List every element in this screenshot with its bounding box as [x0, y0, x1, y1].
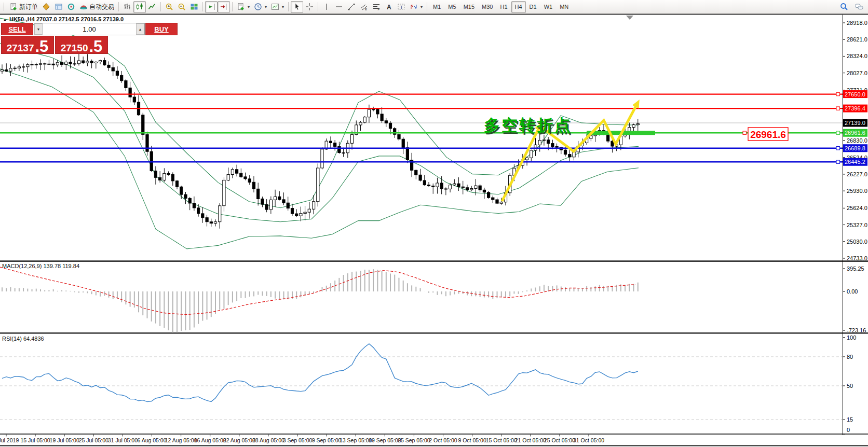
chart-canvas[interactable]: 多空转折点多空转折点26961.628918.028621.028324.028…: [0, 0, 868, 447]
zoom-out-button[interactable]: [175, 1, 188, 13]
date-axis-label: 31 Jul 05:00: [108, 437, 138, 443]
hline-price-tag: 27650.0: [845, 91, 865, 97]
timeframe-h1-button[interactable]: H1: [496, 1, 511, 13]
vertical-line-icon: [322, 3, 331, 11]
new-order-button[interactable]: 新订单: [7, 1, 40, 13]
date-axis-label: 25 Jul 05:00: [79, 437, 108, 443]
community-chat-button[interactable]: [852, 1, 866, 13]
timeframe-m1-button[interactable]: M1: [429, 1, 444, 13]
date-axis-label: 9 Sep 05:00: [312, 437, 342, 443]
date-axis-label: 19 Jul 05:00: [50, 437, 79, 443]
navigator-button[interactable]: [65, 1, 77, 13]
search-icon: [840, 3, 848, 11]
chart-title-text: HK50-,H4 27037.0 27142.5 27016.5 27139.0: [9, 16, 124, 22]
trend-arrow-1[interactable]: [502, 126, 540, 201]
bar-chart-button[interactable]: [121, 1, 133, 13]
svg-text:E: E: [365, 8, 367, 11]
toolbar-grip: [4, 3, 6, 11]
cursor-button[interactable]: [291, 1, 303, 13]
profiles-button[interactable]: [40, 1, 52, 13]
toolbar-separator: [160, 2, 161, 11]
date-axis-label: 22 Aug 05:00: [223, 437, 255, 443]
date-axis-label: 15 Jul 05:00: [20, 437, 50, 443]
chart-shift-button[interactable]: [218, 1, 230, 13]
price-tick-label: 25930.0: [847, 188, 867, 194]
macd-pane[interactable]: [0, 267, 638, 333]
date-axis-label: 28 Aug 05:00: [252, 437, 284, 443]
price-tick-label: 25624.0: [847, 205, 867, 211]
hline-endpoint-marker[interactable]: [836, 92, 839, 95]
crosshair-icon: [305, 3, 314, 11]
timeframe-m5-button[interactable]: M5: [444, 1, 459, 13]
date-axis-label: 9 Oct 05:00: [458, 437, 486, 443]
fibonacci-icon: F: [372, 3, 381, 11]
hline-price-tag: 26445.2: [845, 159, 865, 165]
timeframe-h4-button[interactable]: H4: [511, 1, 526, 13]
volume-input[interactable]: [43, 23, 136, 35]
collapse-icon[interactable]: ▲: [3, 18, 7, 21]
periods-button[interactable]: [252, 1, 269, 13]
hline-endpoint-marker[interactable]: [836, 147, 839, 150]
volume-stepper: ▼ ▲: [34, 23, 145, 35]
tile-windows-icon: [190, 3, 198, 11]
chat-icon: [855, 3, 864, 11]
text-tool-button[interactable]: A: [383, 1, 395, 13]
arrows-tool-button[interactable]: [408, 1, 425, 13]
timeframe-m30-button[interactable]: M30: [478, 1, 496, 13]
hline-endpoint-marker[interactable]: [836, 107, 839, 110]
trendline-button[interactable]: [345, 1, 358, 13]
search-button[interactable]: [838, 1, 850, 13]
horizontal-line-button[interactable]: [333, 1, 345, 13]
date-axis-label: 31 Oct 05:00: [573, 437, 604, 443]
buy-price-main: 27150: [61, 43, 88, 53]
date-axis-label: 19 Sep 05:00: [369, 437, 401, 443]
hline-endpoint-marker[interactable]: [836, 131, 839, 134]
equidistant-channel-button[interactable]: E: [358, 1, 370, 13]
channel-icon: E: [360, 3, 368, 11]
date-axis-label: 6 Aug 05:00: [137, 437, 166, 443]
main-price-pane[interactable]: 多空转折点多空转折点: [0, 18, 843, 249]
volume-decrease-button[interactable]: ▼: [34, 23, 43, 35]
price-tick-label: 26830.0: [847, 137, 867, 144]
hline-endpoint-marker[interactable]: [836, 160, 839, 163]
buy-price-display[interactable]: 27150 .5: [55, 36, 108, 54]
auto-scroll-button[interactable]: [205, 1, 218, 13]
chart-shift-marker[interactable]: [626, 16, 633, 20]
volume-increase-button[interactable]: ▲: [136, 23, 144, 35]
timeframe-m15-button[interactable]: M15: [460, 1, 478, 13]
timeframe-d1-button[interactable]: D1: [526, 1, 540, 13]
text-icon: A: [385, 3, 393, 11]
floating-label-anchor[interactable]: [743, 131, 746, 134]
chart-shift-icon: [220, 3, 228, 11]
bar-chart-icon: [123, 3, 131, 11]
macd-axis-label: -723.16: [847, 327, 866, 333]
sell-price-display[interactable]: 27137 .5: [1, 36, 54, 54]
indicators-button[interactable]: [235, 1, 252, 13]
crosshair-button[interactable]: [303, 1, 316, 13]
rsi-line: [2, 344, 638, 402]
price-tick-label: 28324.0: [847, 53, 867, 59]
hline-price-tag: 26689.8: [845, 145, 865, 151]
toolbar-separator: [288, 2, 289, 11]
sell-button[interactable]: SELL: [1, 23, 33, 35]
text-label-button[interactable]: T: [395, 1, 408, 13]
candlestick-chart-button[interactable]: [133, 1, 146, 13]
templates-button[interactable]: [269, 1, 286, 13]
tile-windows-button[interactable]: [188, 1, 200, 13]
date-axis-label: 15 Oct 05:00: [486, 437, 517, 443]
toolbar-separator: [118, 2, 119, 11]
timeframe-mn-button[interactable]: MN: [556, 1, 572, 13]
line-chart-button[interactable]: [146, 1, 158, 13]
rsi-axis-label: 15: [847, 416, 853, 423]
candlestick-chart-icon: [135, 3, 144, 11]
indicators-icon: [237, 3, 245, 11]
timeframe-w1-button[interactable]: W1: [540, 1, 557, 13]
zoom-in-button[interactable]: [163, 1, 175, 13]
buy-button[interactable]: BUY: [145, 23, 178, 35]
price-tick-label: 28918.0: [847, 20, 867, 26]
vertical-line-button[interactable]: [320, 1, 333, 13]
data-window-button[interactable]: [52, 1, 65, 13]
macd-axis-label: 0.00: [847, 288, 858, 295]
autotrading-button[interactable]: 自动交易: [77, 1, 116, 13]
fibonacci-button[interactable]: F: [370, 1, 383, 13]
